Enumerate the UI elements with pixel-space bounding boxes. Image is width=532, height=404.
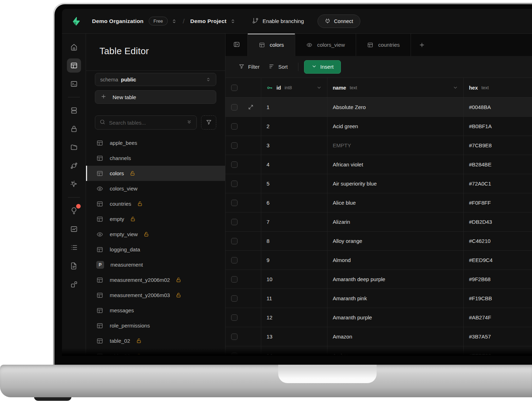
- table-row[interactable]: 11Amaranth pink#F19CBB: [225, 289, 532, 308]
- enable-branching-button[interactable]: Enable branching: [252, 17, 304, 25]
- select-all-checkbox[interactable]: [231, 85, 238, 91]
- table-item-table_03[interactable]: table_03: [86, 348, 225, 356]
- cell-hex[interactable]: #B284BE: [464, 155, 532, 174]
- nav-realtime[interactable]: [67, 177, 81, 191]
- org-name[interactable]: Demo Organization: [92, 18, 144, 24]
- table-item-colors[interactable]: colors: [86, 166, 225, 181]
- cell-hex[interactable]: #9F2B68: [464, 270, 532, 289]
- cell-id[interactable]: 1: [261, 98, 327, 116]
- cell-name[interactable]: African violet: [327, 155, 464, 174]
- cell-id[interactable]: 12: [261, 308, 327, 327]
- cell-hex[interactable]: #F0F8FF: [464, 193, 532, 212]
- table-row[interactable]: 14Amber#FFBF00: [225, 346, 532, 356]
- cell-hex[interactable]: #B0BF1A: [464, 117, 532, 136]
- nav-integrations[interactable]: [67, 277, 81, 291]
- cell-hex[interactable]: #0048BA: [464, 98, 532, 116]
- project-switcher-chevron-icon[interactable]: [230, 18, 236, 24]
- nav-reports[interactable]: [67, 222, 81, 236]
- nav-database[interactable]: [67, 103, 81, 118]
- cell-name[interactable]: Alizarin: [327, 212, 464, 231]
- cell-hex[interactable]: #FFBF00: [464, 346, 532, 356]
- cell-id[interactable]: 5: [261, 174, 327, 193]
- cell-id[interactable]: 3: [261, 136, 327, 155]
- column-header-id[interactable]: idint8: [261, 78, 327, 97]
- table-item-empty_view[interactable]: empty_view: [86, 227, 225, 242]
- cell-hex[interactable]: #EED9C4: [464, 251, 532, 269]
- collapse-sidebar-button[interactable]: [225, 34, 248, 56]
- row-checkbox[interactable]: [231, 219, 238, 225]
- nav-table-editor[interactable]: [67, 58, 81, 73]
- search-tables-input[interactable]: [109, 120, 183, 126]
- nav-edge-functions[interactable]: [67, 159, 81, 173]
- cell-name[interactable]: Air superiority blue: [327, 174, 464, 193]
- table-row[interactable]: 12Amaranth purple#AB274F: [225, 308, 532, 327]
- cell-name[interactable]: Amaranth deep purple: [327, 270, 464, 289]
- cell-id[interactable]: 7: [261, 212, 327, 231]
- table-item-measurement_y2006m03[interactable]: measurement_y2006m03: [86, 288, 225, 303]
- nav-home[interactable]: [67, 40, 81, 54]
- org-switcher-chevron-icon[interactable]: [171, 18, 177, 24]
- cell-id[interactable]: 2: [261, 117, 327, 136]
- table-item-messages[interactable]: messages: [86, 303, 225, 318]
- table-row[interactable]: 3EMPTY#7CB9E8: [225, 136, 532, 155]
- cell-hex[interactable]: #72A0C1: [464, 174, 532, 193]
- row-checkbox[interactable]: [231, 353, 238, 356]
- chevrons-down-icon[interactable]: [186, 119, 192, 126]
- cell-id[interactable]: 14: [261, 346, 327, 356]
- cell-name[interactable]: Alice blue: [327, 193, 464, 212]
- nav-storage[interactable]: [67, 140, 81, 154]
- column-menu-chevron-icon[interactable]: [453, 85, 458, 90]
- row-checkbox[interactable]: [231, 104, 238, 110]
- schema-select[interactable]: schema public: [95, 73, 216, 86]
- cell-name[interactable]: EMPTY: [327, 136, 464, 155]
- row-checkbox[interactable]: [231, 123, 238, 130]
- new-tab-button[interactable]: [411, 34, 433, 56]
- cell-id[interactable]: 8: [261, 232, 327, 250]
- project-name[interactable]: Demo Project: [190, 18, 227, 24]
- insert-button[interactable]: Insert: [304, 60, 341, 74]
- table-item-countries[interactable]: countries: [86, 196, 225, 211]
- tab-colors_view[interactable]: colors_view: [295, 34, 356, 56]
- row-checkbox[interactable]: [231, 200, 238, 206]
- cell-hex[interactable]: #3B7A57: [464, 327, 532, 346]
- table-row[interactable]: 6Alice blue#F0F8FF: [225, 193, 532, 212]
- table-row[interactable]: 10Amaranth deep purple#9F2B68: [225, 270, 532, 289]
- table-item-measurement[interactable]: Pmeasurement: [86, 257, 225, 272]
- cell-name[interactable]: Amaranth purple: [327, 308, 464, 327]
- table-row[interactable]: 1Absolute Zero#0048BA: [225, 98, 532, 117]
- column-header-hex[interactable]: hextext: [464, 78, 532, 97]
- cell-id[interactable]: 13: [261, 327, 327, 346]
- table-item-logging_data[interactable]: logging_data: [86, 242, 225, 257]
- new-table-button[interactable]: New table: [95, 90, 216, 104]
- table-row[interactable]: 5Air superiority blue#72A0C1: [225, 174, 532, 193]
- row-checkbox[interactable]: [231, 295, 238, 302]
- cell-name[interactable]: Acid green: [327, 117, 464, 136]
- row-checkbox[interactable]: [231, 276, 238, 283]
- nav-authentication[interactable]: [67, 122, 81, 136]
- cell-name[interactable]: Amber: [327, 346, 464, 356]
- cell-id[interactable]: 10: [261, 270, 327, 289]
- cell-id[interactable]: 9: [261, 251, 327, 269]
- search-tables-box[interactable]: [95, 115, 197, 130]
- table-row[interactable]: 4African violet#B284BE: [225, 155, 532, 174]
- row-checkbox[interactable]: [231, 181, 238, 187]
- table-item-empty[interactable]: empty: [86, 211, 225, 227]
- cell-name[interactable]: Amazon: [327, 327, 464, 346]
- table-row[interactable]: 7Alizarin#DB2D43: [225, 212, 532, 232]
- row-checkbox[interactable]: [231, 142, 238, 149]
- row-checkbox[interactable]: [231, 161, 238, 168]
- nav-sql-editor[interactable]: [67, 77, 81, 91]
- cell-name[interactable]: Absolute Zero: [327, 98, 464, 116]
- nav-logs[interactable]: [67, 240, 81, 255]
- row-checkbox[interactable]: [231, 334, 238, 340]
- expand-row-icon[interactable]: [248, 104, 254, 110]
- table-item-measurement_y2006m02[interactable]: measurement_y2006m02: [86, 272, 225, 288]
- table-row[interactable]: 2Acid green#B0BF1A: [225, 117, 532, 136]
- table-item-table_02[interactable]: table_02: [86, 333, 225, 348]
- tab-countries[interactable]: countries: [356, 34, 411, 56]
- cell-hex[interactable]: #7CB9E8: [464, 136, 532, 155]
- cell-id[interactable]: 11: [261, 289, 327, 308]
- cell-id[interactable]: 4: [261, 155, 327, 174]
- column-header-name[interactable]: nametext: [327, 78, 464, 97]
- cell-hex[interactable]: #AB274F: [464, 308, 532, 327]
